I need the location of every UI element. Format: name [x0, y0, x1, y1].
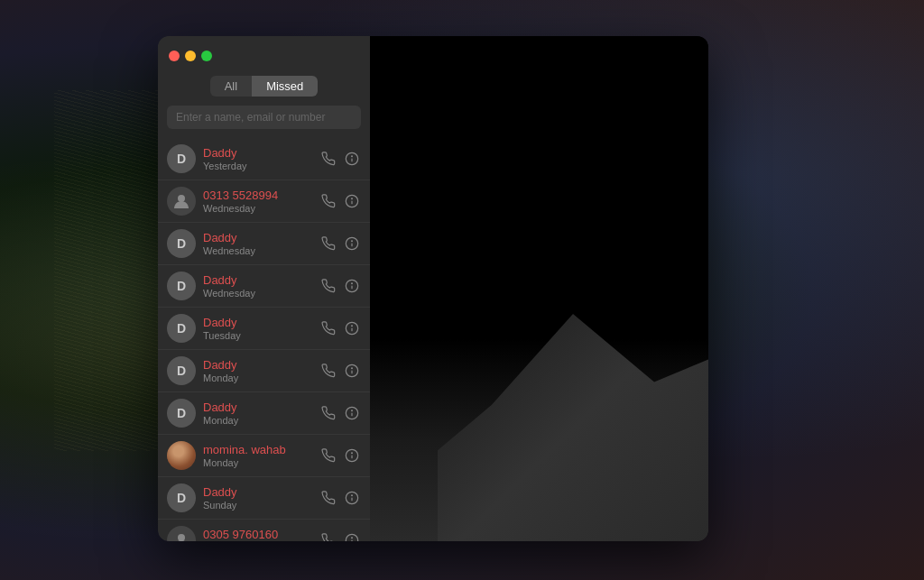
- call-icon[interactable]: [319, 489, 337, 507]
- call-actions: [319, 277, 361, 295]
- call-info: Daddy Sunday: [203, 485, 312, 511]
- avatar: [167, 526, 196, 541]
- call-time: Wednesday: [203, 245, 312, 256]
- call-actions: [319, 362, 361, 380]
- info-icon[interactable]: [343, 362, 361, 380]
- list-item[interactable]: D Daddy Yesterday: [158, 138, 370, 180]
- info-icon[interactable]: [343, 235, 361, 253]
- call-name: Daddy: [203, 231, 312, 244]
- call-icon[interactable]: [319, 404, 337, 422]
- tab-bar: All Missed: [158, 76, 370, 106]
- list-item[interactable]: D Daddy Wednesday: [158, 265, 370, 308]
- call-time: Monday: [203, 415, 312, 426]
- call-info: Daddy Tuesday: [203, 316, 312, 341]
- call-time: Sunday: [203, 500, 312, 511]
- avatar: D: [167, 356, 196, 385]
- titlebar: [158, 36, 370, 76]
- call-info: Daddy Yesterday: [203, 146, 312, 171]
- call-info: momina. wahab Monday: [203, 443, 312, 468]
- call-name: Daddy: [203, 316, 312, 329]
- list-item[interactable]: D Daddy Sunday: [158, 477, 370, 520]
- list-item[interactable]: D Daddy Wednesday: [158, 223, 370, 265]
- close-button[interactable]: [169, 51, 180, 61]
- call-actions: [319, 447, 361, 465]
- app-window: All Missed D Daddy Yesterday: [158, 36, 708, 541]
- call-info: 0313 5528994 Wednesday: [203, 189, 312, 214]
- avatar: D: [167, 483, 196, 512]
- call-actions: [319, 404, 361, 422]
- call-icon[interactable]: [319, 235, 337, 253]
- call-actions: [319, 150, 361, 168]
- list-item[interactable]: momina. wahab Monday: [158, 435, 370, 477]
- call-time: Wednesday: [203, 203, 312, 214]
- avatar: D: [167, 229, 196, 258]
- avatar: D: [167, 399, 196, 428]
- call-icon[interactable]: [319, 319, 337, 337]
- call-name: Daddy: [203, 146, 312, 160]
- call-info: Daddy Wednesday: [203, 231, 312, 256]
- maximize-button[interactable]: [201, 51, 212, 61]
- avatar: [167, 441, 196, 470]
- svg-point-3: [178, 195, 185, 202]
- info-icon[interactable]: [343, 489, 361, 507]
- call-actions: [319, 192, 361, 210]
- info-icon[interactable]: [343, 150, 361, 168]
- call-icon[interactable]: [319, 277, 337, 295]
- call-icon[interactable]: [319, 150, 337, 168]
- info-icon[interactable]: [343, 192, 361, 210]
- list-item[interactable]: D Daddy Monday: [158, 392, 370, 435]
- call-info: Daddy Wednesday: [203, 273, 312, 299]
- call-icon[interactable]: [319, 447, 337, 465]
- tab-missed[interactable]: Missed: [252, 76, 318, 97]
- list-item[interactable]: D Daddy Monday: [158, 350, 370, 392]
- call-icon[interactable]: [319, 531, 337, 541]
- call-list: D Daddy Yesterday: [158, 138, 370, 541]
- call-actions: [319, 235, 361, 253]
- avatar: D: [167, 272, 196, 300]
- call-name: Daddy: [203, 273, 312, 287]
- call-actions: [319, 489, 361, 507]
- traffic-lights: [169, 51, 212, 61]
- call-name: Daddy: [203, 400, 312, 414]
- call-time: Wednesday: [203, 288, 312, 299]
- list-item[interactable]: D Daddy Tuesday: [158, 308, 370, 350]
- call-name: Daddy: [203, 358, 312, 372]
- call-icon[interactable]: [319, 192, 337, 210]
- tab-all[interactable]: All: [210, 76, 252, 97]
- call-icon[interactable]: [319, 362, 337, 380]
- info-icon[interactable]: [343, 404, 361, 422]
- avatar: D: [167, 144, 196, 173]
- call-name: 0313 5528994: [203, 189, 312, 202]
- info-icon[interactable]: [343, 447, 361, 465]
- info-icon[interactable]: [343, 277, 361, 295]
- call-info: 0305 9760160 21/08/2021: [203, 528, 312, 541]
- minimize-button[interactable]: [185, 51, 196, 61]
- call-name: 0305 9760160: [203, 528, 312, 541]
- call-time: Yesterday: [203, 161, 312, 171]
- search-input[interactable]: [167, 106, 361, 129]
- left-panel: All Missed D Daddy Yesterday: [158, 36, 370, 541]
- call-actions: [319, 319, 361, 337]
- search-bar: [158, 106, 370, 138]
- call-actions: [319, 531, 361, 541]
- call-info: Daddy Monday: [203, 358, 312, 383]
- call-name: Daddy: [203, 485, 312, 499]
- call-name: momina. wahab: [203, 443, 312, 456]
- list-item[interactable]: 0313 5528994 Wednesday: [158, 180, 370, 223]
- call-info: Daddy Monday: [203, 400, 312, 426]
- list-item[interactable]: 0305 9760160 21/08/2021: [158, 520, 370, 541]
- avatar: [167, 187, 196, 216]
- call-time: Monday: [203, 457, 312, 468]
- video-panel: [370, 36, 708, 541]
- right-panel: [370, 36, 708, 541]
- call-time: Monday: [203, 373, 312, 383]
- avatar: D: [167, 314, 196, 343]
- info-icon[interactable]: [343, 319, 361, 337]
- svg-point-28: [178, 534, 185, 541]
- info-icon[interactable]: [343, 531, 361, 541]
- call-time: Tuesday: [203, 330, 312, 341]
